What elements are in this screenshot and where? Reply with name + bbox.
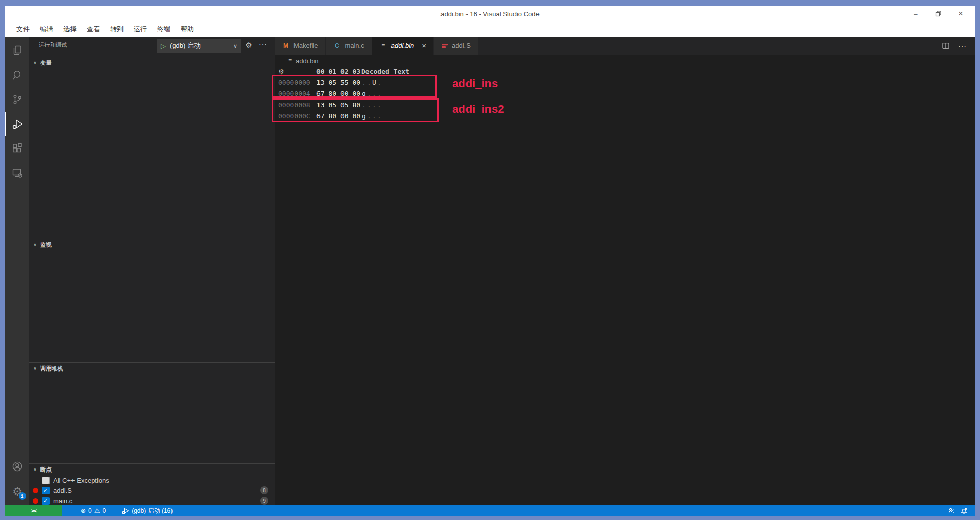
settings-badge: 1 [19, 492, 26, 500]
menu-edit[interactable]: 编辑 [35, 23, 58, 35]
panel-more-icon[interactable]: ··· [259, 40, 267, 48]
restore-button[interactable] [927, 6, 949, 21]
settings-gear-icon: ⚙ 1 [12, 486, 22, 498]
tab-addi-s[interactable]: addi.S [434, 37, 478, 55]
hex-decoded-header: Decoded Text [361, 67, 409, 77]
menu-terminal[interactable]: 终端 [152, 23, 176, 35]
checkbox-unchecked[interactable] [42, 477, 50, 484]
chevron-down-icon: ∨ [32, 366, 38, 371]
debug-status-icon [122, 507, 129, 514]
activity-extensions[interactable] [5, 136, 29, 161]
hex-file-icon: ≡ [288, 57, 292, 64]
hex-row[interactable]: 0000000C 67 80 00 00 g... [275, 111, 975, 122]
hex-byte-columns: 00 01 02 03 [316, 67, 360, 77]
debug-settings-gear-icon[interactable]: ⚙ [246, 41, 252, 50]
activity-run-debug[interactable] [5, 112, 29, 136]
activity-account[interactable] [5, 454, 29, 479]
makefile-icon: M [282, 42, 290, 49]
chevron-down-icon: ∨ [233, 43, 237, 49]
extensions-icon [11, 142, 23, 155]
menubar: 文件 编辑 选择 查看 转到 运行 终端 帮助 [5, 21, 975, 37]
activity-explorer[interactable] [5, 38, 29, 63]
debug-start-icon[interactable]: ▷ [161, 42, 166, 50]
hex-header-row: ⚙ 00 01 02 03 Decoded Text [275, 67, 975, 77]
run-debug-icon [11, 118, 23, 130]
chevron-down-icon: ∨ [32, 60, 38, 65]
close-button[interactable]: × [949, 6, 972, 21]
activity-remote-explorer[interactable] [5, 161, 29, 185]
search-icon [11, 69, 23, 81]
split-editor-icon[interactable] [942, 42, 950, 50]
watch-header[interactable]: ∨ 监视 [29, 239, 275, 251]
callstack-header[interactable]: ∨ 调用堆栈 [29, 363, 275, 374]
hex-row[interactable]: 00000000 13 05 55 00 ..U. [275, 77, 975, 88]
minimize-icon: − [914, 10, 918, 18]
hex-settings-gear-icon[interactable]: ⚙ [278, 67, 284, 77]
assembly-icon [441, 42, 448, 49]
panel-title: 运行和调试 [39, 41, 67, 49]
chevron-down-icon: ∨ [32, 242, 38, 247]
breakpoint-row-main-c[interactable]: ✓ main.c 9 [29, 496, 275, 506]
activity-bar: ⚙ 1 [5, 37, 29, 505]
breakpoint-dot-icon [33, 498, 38, 504]
editor-area: M Makefile C main.c ≡ addi.bin × addi.S [275, 37, 975, 505]
remote-icon: >< [31, 508, 37, 514]
close-icon: × [958, 9, 963, 19]
debug-status[interactable]: (gdb) 启动 (16) [118, 505, 177, 516]
files-icon [11, 44, 23, 57]
status-right [947, 507, 975, 515]
chevron-down-icon: ∨ [32, 467, 38, 472]
vscode-window: addi.bin - 16 - Visual Studio Code − × 文… [5, 6, 975, 516]
remote-explorer-icon [11, 167, 23, 179]
source-control-icon [11, 93, 23, 106]
menu-run[interactable]: 运行 [129, 23, 152, 35]
section-variables: ∨ 变量 [29, 57, 275, 239]
window-title: addi.bin - 16 - Visual Studio Code [5, 6, 975, 21]
breakpoint-row-addi-s[interactable]: ✓ addi.S 8 [29, 485, 275, 496]
window-controls: − × [904, 6, 972, 21]
editor-more-icon[interactable]: ··· [958, 42, 967, 50]
account-icon [11, 460, 23, 473]
debug-config-dropdown[interactable]: ▷ (gdb) 启动 ∨ [157, 39, 241, 53]
activity-source-control[interactable] [5, 87, 29, 112]
hex-row[interactable]: 00000004 67 80 00 00 g... [275, 88, 975, 100]
breakpoint-dot-icon [33, 488, 38, 493]
status-bar: >< ⊗ 0 ⚠ 0 (gdb) 启动 (16) [5, 505, 975, 516]
minimize-button[interactable]: − [904, 6, 927, 21]
breadcrumb[interactable]: ≡ addi.bin [275, 55, 975, 67]
debug-status-label: (gdb) 启动 (16) [132, 507, 173, 515]
restore-icon [935, 11, 941, 17]
breakpoint-row-exceptions[interactable]: All C++ Exceptions [29, 475, 275, 485]
problems-status[interactable]: ⊗ 0 ⚠ 0 [77, 505, 110, 516]
breakpoint-count-badge: 8 [260, 486, 268, 494]
hex-editor: ⚙ 00 01 02 03 Decoded Text 00000000 13 0… [275, 67, 975, 122]
checkbox-checked[interactable]: ✓ [42, 497, 50, 505]
tab-makefile[interactable]: M Makefile [275, 37, 326, 55]
notifications-bell-icon[interactable] [960, 507, 968, 515]
tab-close-icon[interactable]: × [422, 41, 426, 50]
section-breakpoints: ∨ 断点 All C++ Exceptions ✓ addi.S 8 ✓ mai… [29, 463, 275, 506]
variables-header[interactable]: ∨ 变量 [29, 57, 275, 68]
menu-help[interactable]: 帮助 [176, 23, 199, 35]
activity-search[interactable] [5, 63, 29, 87]
tab-main-c[interactable]: C main.c [326, 37, 372, 55]
warning-count: 0 [103, 507, 106, 514]
checkbox-checked[interactable]: ✓ [42, 487, 50, 494]
titlebar: addi.bin - 16 - Visual Studio Code − × [5, 6, 975, 21]
section-callstack: ∨ 调用堆栈 [29, 362, 275, 463]
remote-indicator[interactable]: >< [5, 505, 62, 516]
hex-file-icon: ≡ [379, 42, 387, 49]
hex-row[interactable]: 00000008 13 05 05 80 .... [275, 100, 975, 111]
menu-file[interactable]: 文件 [11, 23, 35, 35]
breadcrumb-file: addi.bin [296, 57, 319, 65]
tab-addi-bin[interactable]: ≡ addi.bin × [372, 37, 434, 55]
feedback-icon[interactable] [947, 507, 955, 515]
menu-go[interactable]: 转到 [105, 23, 129, 35]
section-watch: ∨ 监视 [29, 239, 275, 362]
activity-settings[interactable]: ⚙ 1 [5, 479, 29, 505]
menu-view[interactable]: 查看 [82, 23, 105, 35]
run-debug-panel: 运行和调试 ▷ (gdb) 启动 ∨ ⚙ ··· ∨ 变量 ∨ 监视 [29, 37, 275, 505]
breakpoints-header[interactable]: ∨ 断点 [29, 464, 275, 475]
menu-selection[interactable]: 选择 [58, 23, 82, 35]
annotation-label: addi_ins [452, 77, 498, 90]
